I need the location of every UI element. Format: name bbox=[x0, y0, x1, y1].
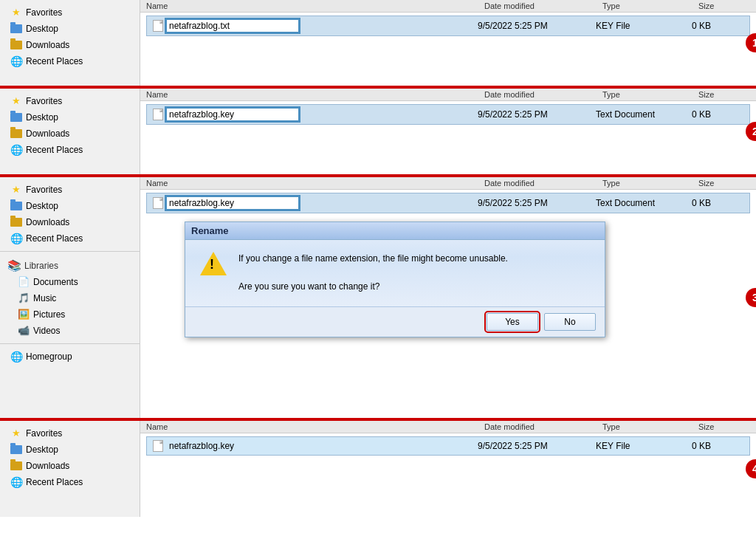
desktop-icon bbox=[10, 23, 22, 35]
sidebar-item-favorites-1[interactable]: ★ Favorites bbox=[0, 4, 140, 21]
star-icon-2: ★ bbox=[10, 95, 22, 107]
file-row-1[interactable]: 9/5/2022 5:25 PM KEY File 0 KB bbox=[146, 16, 750, 36]
downloads-icon-2 bbox=[10, 128, 22, 140]
file-name-cell-3 bbox=[153, 196, 478, 210]
file-date-2: 9/5/2022 5:25 PM bbox=[478, 109, 596, 120]
desktop-icon-3 bbox=[10, 200, 22, 212]
sidebar-item-favorites-2[interactable]: ★ Favorites bbox=[0, 93, 140, 109]
file-icon-1 bbox=[153, 20, 163, 32]
star-icon-4: ★ bbox=[10, 428, 22, 439]
file-rename-input-1[interactable] bbox=[166, 19, 299, 32]
sidebar-item-desktop-2[interactable]: Desktop bbox=[0, 109, 140, 126]
col-type-2: Type bbox=[602, 90, 698, 99]
file-icon-4 bbox=[153, 440, 163, 452]
warning-triangle bbox=[200, 252, 227, 275]
file-row-2[interactable]: 9/5/2022 5:25 PM Text Document 0 KB bbox=[146, 104, 750, 125]
pictures-label: Pictures bbox=[33, 308, 65, 321]
sidebar-item-downloads-1[interactable]: Downloads bbox=[0, 37, 140, 53]
sidebar-1: ★ Favorites Desktop Downloads 🌐 Recent P… bbox=[0, 0, 140, 86]
pictures-icon: 🖼️ bbox=[18, 309, 30, 320]
desktop-icon-4 bbox=[10, 444, 22, 456]
favorites-label-2: Favorites bbox=[26, 95, 62, 108]
dialog-text: If you change a file name extension, the… bbox=[238, 252, 508, 295]
col-type-4: Type bbox=[602, 422, 698, 431]
col-size-2: Size bbox=[698, 90, 750, 99]
col-size-1: Size bbox=[698, 1, 750, 10]
col-date-2: Date modified bbox=[484, 90, 602, 99]
file-icon-3 bbox=[153, 197, 163, 209]
downloads-icon bbox=[10, 39, 22, 51]
file-rename-input-2[interactable] bbox=[166, 108, 299, 121]
recent-icon-2: 🌐 bbox=[10, 144, 22, 156]
sidebar-item-downloads-2[interactable]: Downloads bbox=[0, 126, 140, 142]
favorites-label-4: Favorites bbox=[26, 427, 62, 440]
rename-dialog: Rename If you change a file name extensi… bbox=[185, 222, 605, 337]
sidebar-item-favorites-3[interactable]: ★ Favorites bbox=[0, 182, 140, 198]
file-name-cell-2 bbox=[153, 108, 478, 121]
file-header-2: Name Date modified Type Size bbox=[140, 89, 756, 101]
favorites-label-3: Favorites bbox=[26, 183, 62, 196]
sidebar-item-homegroup[interactable]: 🌐 Homegroup bbox=[0, 349, 140, 365]
favorites-label: Favorites bbox=[26, 6, 62, 19]
sidebar-item-music[interactable]: 🎵 Music bbox=[0, 290, 140, 306]
file-icon-2 bbox=[153, 109, 163, 120]
yes-button[interactable]: Yes bbox=[487, 313, 538, 331]
file-type-3: Text Document bbox=[596, 198, 692, 208]
col-name-4: Name bbox=[146, 422, 484, 431]
file-date-3: 9/5/2022 5:25 PM bbox=[478, 198, 596, 208]
sidebar-item-desktop-1[interactable]: Desktop bbox=[0, 21, 140, 37]
col-size-4: Size bbox=[698, 422, 750, 431]
downloads-icon-4 bbox=[10, 460, 22, 472]
sidebar-item-recent-3[interactable]: 🌐 Recent Places bbox=[0, 230, 140, 247]
col-type-3: Type bbox=[602, 179, 698, 188]
libraries-icon: 📚 bbox=[7, 259, 21, 272]
recent-label-4: Recent Places bbox=[26, 476, 83, 489]
documents-label: Documents bbox=[33, 275, 78, 289]
dialog-message: If you change a file name extension, the… bbox=[238, 252, 508, 266]
file-name-cell-1 bbox=[153, 19, 478, 32]
file-row-4[interactable]: netafrazblog.key 9/5/2022 5:25 PM KEY Fi… bbox=[146, 436, 750, 456]
sidebar-item-recent-4[interactable]: 🌐 Recent Places bbox=[0, 474, 140, 490]
sidebar-item-pictures[interactable]: 🖼️ Pictures bbox=[0, 306, 140, 323]
col-size-3: Size bbox=[698, 179, 750, 188]
sidebar-item-desktop-4[interactable]: Desktop bbox=[0, 442, 140, 458]
desktop-label-3: Desktop bbox=[26, 199, 58, 213]
panel-4: ★ Favorites Desktop Downloads 🌐 Recent P… bbox=[0, 421, 756, 517]
sidebar-item-favorites-4[interactable]: ★ Favorites bbox=[0, 425, 140, 442]
file-type-4: KEY File bbox=[596, 441, 692, 451]
col-date-3: Date modified bbox=[484, 179, 602, 188]
homegroup-icon: 🌐 bbox=[10, 351, 22, 363]
homegroup-label: Homegroup bbox=[26, 350, 72, 363]
star-icon-3: ★ bbox=[10, 184, 22, 196]
videos-icon: 📹 bbox=[18, 325, 30, 337]
sidebar-item-downloads-3[interactable]: Downloads bbox=[0, 214, 140, 230]
no-button[interactable]: No bbox=[544, 313, 596, 331]
sidebar-item-downloads-4[interactable]: Downloads bbox=[0, 458, 140, 474]
file-row-3[interactable]: 9/5/2022 5:25 PM Text Document 0 KB bbox=[146, 193, 750, 213]
file-type-2: Text Document bbox=[596, 109, 692, 120]
music-icon: 🎵 bbox=[18, 292, 30, 304]
downloads-label-3: Downloads bbox=[26, 216, 69, 229]
dialog-body: If you change a file name extension, the… bbox=[185, 240, 605, 306]
sidebar-item-recent-2[interactable]: 🌐 Recent Places bbox=[0, 142, 140, 158]
file-name-cell-4: netafrazblog.key bbox=[153, 440, 478, 452]
file-type-1: KEY File bbox=[596, 21, 692, 31]
col-name-1: Name bbox=[146, 1, 484, 10]
sidebar-item-desktop-3[interactable]: Desktop bbox=[0, 198, 140, 214]
desktop-label-4: Desktop bbox=[26, 443, 58, 456]
dialog-titlebar: Rename bbox=[185, 222, 605, 240]
file-size-1: 0 KB bbox=[692, 21, 743, 31]
sidebar-item-videos[interactable]: 📹 Videos bbox=[0, 323, 140, 339]
file-name-text-4: netafrazblog.key bbox=[166, 441, 234, 451]
sidebar-3: ★ Favorites Desktop Downloads 🌐 Recent P… bbox=[0, 177, 140, 418]
file-date-4: 9/5/2022 5:25 PM bbox=[478, 441, 596, 451]
sidebar-item-documents[interactable]: 📄 Documents bbox=[0, 274, 140, 290]
file-rename-input-3[interactable] bbox=[166, 196, 299, 210]
desktop-label: Desktop bbox=[26, 22, 58, 35]
col-date-1: Date modified bbox=[484, 1, 602, 10]
sidebar-4: ★ Favorites Desktop Downloads 🌐 Recent P… bbox=[0, 421, 140, 517]
col-name-3: Name bbox=[146, 179, 484, 188]
downloads-label-4: Downloads bbox=[26, 459, 69, 473]
recent-icon: 🌐 bbox=[10, 55, 22, 67]
sidebar-item-recent-1[interactable]: 🌐 Recent Places bbox=[0, 53, 140, 69]
